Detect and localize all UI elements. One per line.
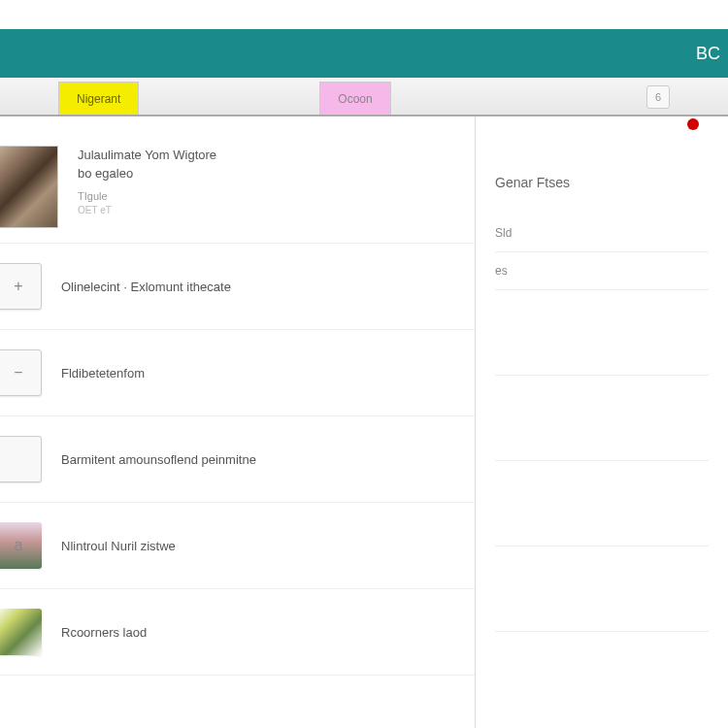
list-item[interactable]: a Nlintroul Nuril zistwe (0, 503, 475, 589)
header-bar: BC (0, 29, 728, 78)
hero-thumbnail-icon (0, 146, 58, 228)
list-item-label: Nlintroul Nuril zistwe (61, 539, 176, 553)
window-topbar (0, 0, 728, 29)
plus-icon[interactable]: + (0, 263, 42, 310)
header-right-label: BC (696, 44, 720, 64)
side-panel-title: Genar Ftses (495, 175, 709, 190)
list-item-label: Olinelecint · Exlomunt ithecate (61, 280, 231, 294)
badge-value: 6 (655, 91, 661, 103)
hero-meta-primary: TIgule (78, 190, 216, 202)
tab-secondary[interactable]: Ocoon (319, 82, 390, 115)
grid-row (495, 461, 709, 546)
list-item-label: Rcoorners laod (61, 625, 147, 640)
hero-text-block: Julaulimate Yom Wigtore bo egaleo TIgule… (78, 146, 216, 228)
hero-subtitle: bo egaleo (78, 166, 216, 181)
hero-item[interactable]: Julaulimate Yom Wigtore bo egaleo TIgule… (0, 116, 475, 244)
list-item[interactable]: + Olinelecint · Exlomunt ithecate (0, 244, 475, 330)
grid-row (495, 546, 709, 632)
tab-badge[interactable]: 6 (646, 85, 670, 109)
side-list-item[interactable]: Sld (495, 215, 709, 252)
content-area: Julaulimate Yom Wigtore bo egaleo TIgule… (0, 116, 728, 728)
empty-box-icon[interactable] (0, 436, 42, 482)
list-item-label: Barmitent amounsoflend peinmitne (61, 452, 256, 467)
hero-title: Julaulimate Yom Wigtore (78, 148, 216, 162)
tab-label: Ocoon (338, 92, 372, 106)
list-item[interactable]: Rcoorners laod (0, 589, 475, 676)
tab-label: Nigerant (77, 92, 120, 106)
thumbnail-icon[interactable] (0, 609, 42, 655)
main-column: Julaulimate Yom Wigtore bo egaleo TIgule… (0, 116, 476, 728)
thumbnail-icon[interactable]: a (0, 522, 42, 569)
list-item[interactable]: Barmitent amounsoflend peinmitne (0, 416, 475, 503)
notification-dot-icon[interactable] (687, 118, 699, 130)
grid-row (495, 290, 709, 376)
list-item-label: Fldibetetenfom (61, 366, 145, 381)
grid-row (495, 376, 709, 461)
side-column: Genar Ftses Sld es (476, 116, 728, 728)
minus-icon[interactable]: − (0, 349, 42, 396)
list-item[interactable]: − Fldibetetenfom (0, 330, 475, 416)
hero-meta-secondary: OET eT (78, 205, 216, 215)
side-list-item[interactable]: es (495, 252, 709, 290)
tab-primary[interactable]: Nigerant (58, 82, 139, 115)
tab-strip: Nigerant Ocoon 6 (0, 78, 728, 116)
